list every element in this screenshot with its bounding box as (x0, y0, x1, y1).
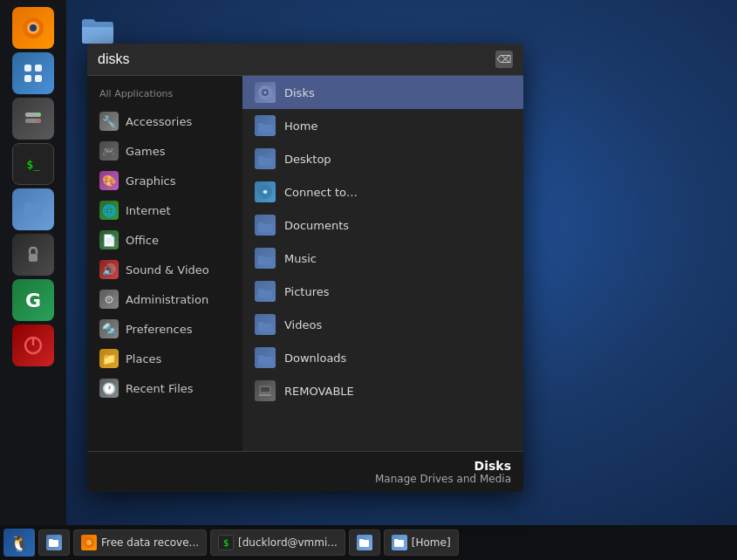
removable-icon (255, 380, 276, 401)
svg-rect-21 (259, 394, 271, 396)
svg-point-9 (38, 113, 40, 116)
dock-terminal[interactable]: $_ (12, 143, 54, 185)
dock-files[interactable] (12, 188, 54, 230)
category-admin[interactable]: ⚙ Administration (87, 284, 242, 314)
taskbar-firefox-icon (81, 535, 97, 550)
result-disks[interactable]: Disks (242, 76, 523, 109)
connect-icon (255, 181, 276, 202)
result-connect[interactable]: Connect to… (242, 175, 523, 208)
videos-folder-icon (255, 314, 276, 335)
taskbar-firefox-button[interactable]: Free data recove... (73, 529, 207, 556)
taskbar-folder2-icon (357, 535, 372, 550)
taskbar-home-icon (392, 535, 407, 550)
svg-rect-3 (24, 65, 31, 72)
category-internet[interactable]: 🌐 Internet (87, 195, 242, 225)
taskbar-home-label: [Home] (412, 536, 451, 549)
recent-icon: 🕐 (99, 379, 119, 398)
dock-grid[interactable] (12, 52, 54, 94)
category-accessories[interactable]: 🔧 Accessories (87, 106, 242, 136)
dock-lock[interactable] (12, 234, 54, 276)
taskbar-files-icon (46, 535, 62, 550)
svg-point-10 (38, 120, 40, 122)
taskbar-files-button[interactable] (38, 529, 70, 556)
dock-power[interactable] (12, 324, 54, 366)
result-downloads[interactable]: Downloads (242, 341, 523, 374)
search-bar: ⌫ (87, 44, 523, 76)
dock: $_ G (0, 0, 66, 525)
categories-panel: All Applications 🔧 Accessories 🎮 Games 🎨… (87, 76, 242, 451)
desktop: $_ G ⌫ (0, 0, 737, 560)
launcher-footer: Disks Manage Drives and Media (87, 451, 523, 492)
documents-folder-icon (255, 215, 276, 236)
svg-point-16 (264, 92, 267, 94)
result-videos[interactable]: Videos (242, 308, 523, 341)
result-pictures[interactable]: Pictures (242, 275, 523, 308)
taskbar-firefox-label: Free data recove... (101, 536, 199, 549)
svg-point-23 (86, 540, 92, 545)
taskbar-home-button[interactable]: [Home] (384, 529, 459, 556)
category-graphics[interactable]: 🎨 Graphics (87, 166, 242, 195)
accessories-icon: 🔧 (99, 112, 119, 131)
taskbar-terminal-icon: $ (218, 535, 234, 550)
result-desktop[interactable]: Desktop (242, 142, 523, 175)
taskbar-start-button[interactable]: 🐧 (3, 529, 35, 557)
home-folder-icon (255, 115, 276, 136)
places-icon: 📁 (99, 349, 119, 368)
result-removable[interactable]: REMOVABLE (242, 374, 523, 407)
office-icon: 📄 (99, 230, 119, 249)
dock-storage[interactable] (12, 98, 54, 140)
graphics-icon: 🎨 (99, 171, 119, 190)
svg-rect-20 (261, 387, 270, 392)
internet-icon: 🌐 (99, 201, 119, 220)
launcher-window: ⌫ All Applications 🔧 Accessories 🎮 Games… (87, 44, 523, 492)
taskbar-terminal-button[interactable]: $ [ducklord@vmmi... (210, 529, 345, 556)
games-icon: 🎮 (99, 141, 119, 160)
svg-rect-4 (35, 65, 42, 72)
taskbar: 🐧 Free data recove... $ [ducklord@vmmi..… (0, 525, 737, 560)
category-games[interactable]: 🎮 Games (87, 136, 242, 166)
results-panel: Disks Home Desktop (242, 76, 523, 451)
categories-header: All Applications (87, 85, 242, 106)
taskbar-terminal-label: [ducklord@vmmi... (238, 536, 338, 549)
category-prefs[interactable]: 🔩 Preferences (87, 314, 242, 344)
search-input[interactable] (98, 51, 488, 67)
category-recent[interactable]: 🕐 Recent Files (87, 373, 242, 403)
downloads-folder-icon (255, 347, 276, 368)
taskbar-folder2-button[interactable] (349, 529, 380, 556)
result-music[interactable]: Music (242, 242, 523, 275)
dock-firefox[interactable] (12, 7, 54, 49)
desktop-folder-icon (255, 148, 276, 169)
footer-description: Manage Drives and Media (99, 473, 511, 485)
pictures-folder-icon (255, 281, 276, 302)
soundvideo-icon: 🔊 (99, 260, 119, 279)
music-folder-icon (255, 248, 276, 269)
result-documents[interactable]: Documents (242, 208, 523, 242)
svg-rect-5 (24, 75, 31, 82)
svg-point-2 (30, 24, 37, 31)
footer-title: Disks (99, 459, 511, 473)
svg-rect-6 (35, 75, 42, 82)
svg-point-18 (263, 190, 267, 194)
search-clear-button[interactable]: ⌫ (495, 51, 513, 68)
category-office[interactable]: 📄 Office (87, 225, 242, 255)
category-places[interactable]: 📁 Places (87, 344, 242, 373)
svg-rect-11 (29, 254, 38, 262)
disks-icon (255, 82, 276, 103)
admin-icon: ⚙ (99, 290, 119, 309)
result-home[interactable]: Home (242, 109, 523, 142)
launcher-body: All Applications 🔧 Accessories 🎮 Games 🎨… (87, 76, 523, 451)
prefs-icon: 🔩 (99, 319, 119, 338)
dock-g[interactable]: G (12, 279, 54, 321)
category-soundvideo[interactable]: 🔊 Sound & Video (87, 255, 242, 284)
